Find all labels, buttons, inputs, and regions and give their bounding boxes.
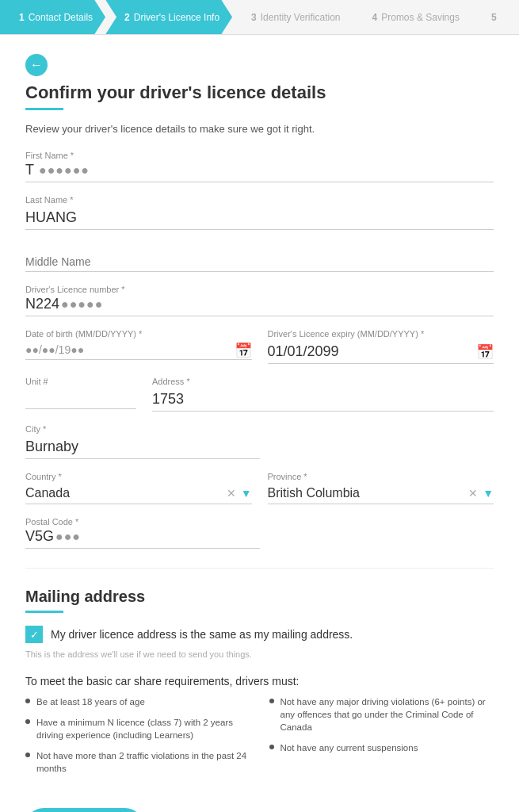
mailing-checkbox-row: ✓ My driver licence address is the same …	[25, 626, 494, 643]
expiry-label: Driver's Licence expiry (MM/DD/YYYY) *	[268, 329, 494, 339]
progress-step-3[interactable]: 3 Identity Verification	[232, 0, 353, 35]
country-clear-icon[interactable]: ✕	[227, 487, 236, 500]
province-select-controls: ✕ ▼	[468, 487, 494, 500]
back-button[interactable]: ←	[25, 54, 494, 76]
req-bullet-2	[25, 719, 30, 724]
country-chevron-icon[interactable]: ▼	[241, 487, 252, 500]
city-input[interactable]	[25, 435, 260, 459]
unit-label: Unit #	[25, 377, 136, 386]
requirements-grid: Be at least 18 years of age Have a minim…	[25, 695, 494, 783]
province-value: British Columbia	[268, 486, 469, 500]
req-item-1: Be at least 18 years of age	[25, 695, 250, 708]
page-title: Confirm your driver's licence details	[25, 82, 494, 103]
main-content: ← Confirm your driver's licence details …	[0, 35, 519, 812]
req-item-4: Not have any major driving violations (6…	[269, 695, 494, 733]
dob-input-wrapper: 📅	[25, 340, 252, 360]
mailing-underline	[25, 611, 63, 613]
country-select[interactable]: Canada ✕ ▼	[25, 483, 252, 504]
req-text-4: Not have any major driving violations (6…	[280, 695, 494, 733]
req-text-3: Not have more than 2 traffic violations …	[36, 749, 250, 775]
province-clear-icon[interactable]: ✕	[468, 487, 478, 500]
requirements-right-col: Not have any major driving violations (6…	[269, 695, 494, 783]
req-bullet-5	[269, 745, 274, 749]
province-group: Province * British Columbia ✕ ▼	[268, 472, 494, 504]
req-text-2: Have a minimum N licence (class 7) with …	[36, 716, 250, 741]
req-bullet-1	[25, 699, 30, 703]
postal-group: Postal Code * V5G ●●●	[25, 517, 494, 549]
progress-step-5[interactable]: 5	[472, 0, 513, 35]
progress-bar: 1 Contact Details 2 Driver's Licence Inf…	[0, 0, 519, 35]
progress-step-1[interactable]: 1 Contact Details	[0, 0, 105, 35]
address-note: This is the address we'll use if we need…	[25, 649, 494, 659]
subtitle: Review your driver's licence details to …	[25, 123, 494, 135]
middle-name-group	[25, 252, 494, 272]
requirements-left-col: Be at least 18 years of age Have a minim…	[25, 695, 250, 783]
last-name-input[interactable]	[25, 206, 494, 230]
continue-button[interactable]: → Continue	[25, 808, 143, 812]
progress-step-2[interactable]: 2 Driver's Licence Info	[105, 0, 232, 35]
dob-label: Date of birth (MM/DD/YYYY) *	[25, 329, 252, 339]
section-divider	[25, 568, 494, 569]
licence-number-prefix: N224	[25, 296, 59, 312]
postal-masked: ●●●	[55, 530, 81, 544]
first-name-initial: T	[25, 162, 34, 178]
mailing-checkbox-label: My driver licence address is the same as…	[51, 628, 353, 641]
city-group: City *	[25, 424, 494, 459]
req-item-5: Not have any current suspensions	[269, 741, 494, 754]
country-province-row: Country * Canada ✕ ▼ Province * British …	[25, 472, 494, 504]
dob-group: Date of birth (MM/DD/YYYY) * 📅	[25, 329, 252, 364]
licence-number-masked: ●●●●●	[61, 297, 103, 312]
dob-input[interactable]	[25, 340, 252, 360]
unit-group: Unit #	[25, 377, 136, 412]
postal-label: Postal Code *	[25, 517, 494, 527]
country-value: Canada	[25, 486, 227, 500]
city-label: City *	[25, 424, 494, 434]
dob-calendar-icon[interactable]: 📅	[235, 342, 252, 359]
req-text-1: Be at least 18 years of age	[36, 695, 145, 708]
req-text-5: Not have any current suspensions	[280, 741, 418, 754]
middle-name-input[interactable]	[25, 252, 494, 272]
title-underline	[25, 108, 63, 110]
first-name-masked: ●●●●●●	[39, 163, 90, 178]
req-item-3: Not have more than 2 traffic violations …	[25, 749, 250, 775]
last-name-group: Last Name *	[25, 195, 494, 230]
address-group: Address *	[152, 377, 494, 412]
req-bullet-4	[269, 699, 274, 703]
requirements-heading: To meet the basic car share requirements…	[25, 675, 494, 688]
licence-number-label: Driver's Licence number *	[25, 285, 494, 294]
province-select[interactable]: British Columbia ✕ ▼	[268, 483, 494, 504]
progress-step-4[interactable]: 4 Promos & Savings	[353, 0, 472, 35]
req-item-2: Have a minimum N licence (class 7) with …	[25, 716, 250, 741]
country-label: Country *	[25, 472, 252, 481]
expiry-input[interactable]	[268, 340, 494, 364]
unit-input[interactable]	[25, 388, 136, 409]
country-select-controls: ✕ ▼	[227, 487, 252, 500]
country-group: Country * Canada ✕ ▼	[25, 472, 252, 504]
dob-expiry-row: Date of birth (MM/DD/YYYY) * 📅 Driver's …	[25, 329, 494, 364]
address-label: Address *	[152, 377, 494, 386]
req-bullet-3	[25, 753, 30, 757]
postal-prefix: V5G	[25, 528, 54, 545]
last-name-label: Last Name *	[25, 195, 494, 205]
licence-number-group: Driver's Licence number * N224 ●●●●●	[25, 285, 494, 316]
mailing-heading: Mailing address	[25, 588, 494, 606]
back-icon: ←	[25, 54, 48, 76]
province-label: Province *	[268, 472, 494, 481]
expiry-input-wrapper: 📅	[268, 340, 494, 364]
expiry-group: Driver's Licence expiry (MM/DD/YYYY) * 📅	[268, 329, 494, 364]
unit-address-row: Unit # Address *	[25, 377, 494, 412]
address-input[interactable]	[152, 388, 494, 412]
first-name-label: First Name *	[25, 151, 494, 160]
expiry-calendar-icon[interactable]: 📅	[476, 343, 494, 361]
mailing-checkbox[interactable]: ✓	[25, 626, 43, 643]
first-name-group: First Name * T ●●●●●●	[25, 151, 494, 182]
province-chevron-icon[interactable]: ▼	[483, 487, 494, 500]
